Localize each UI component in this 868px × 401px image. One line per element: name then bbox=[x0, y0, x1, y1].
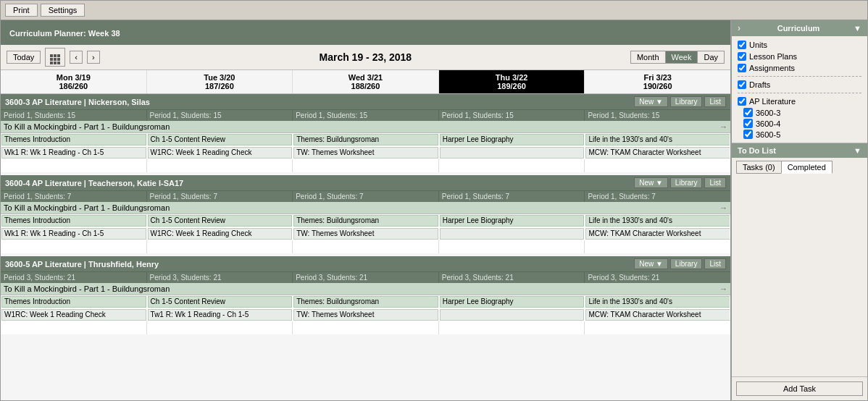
lesson-wed-3600-5[interactable]: Themes: Buildungsroman bbox=[293, 296, 438, 308]
drafts-checkbox[interactable] bbox=[738, 80, 746, 89]
week-view-button[interactable]: Week bbox=[665, 51, 698, 64]
course-3600-5-label[interactable]: 3600-5 bbox=[756, 130, 780, 139]
day-view-button[interactable]: Day bbox=[697, 51, 725, 64]
lesson-mon-3600-3[interactable]: Themes Introduction bbox=[1, 134, 146, 145]
sidebar: › Curriculum ▼ Units Lesson Plans bbox=[731, 20, 867, 400]
day-headers: Mon 3/19 186/260 Tue 3/20 187/260 Wed 3/… bbox=[1, 70, 730, 94]
new-label-2: New ▼ bbox=[639, 179, 663, 187]
section-title-3600-3: 3600-3 AP Literature | Nickerson, Silas bbox=[5, 98, 150, 106]
new-button-3600-5[interactable]: New ▼ bbox=[634, 258, 668, 269]
settings-button[interactable]: Settings bbox=[41, 4, 85, 17]
course-3600-3-label[interactable]: 3600-3 bbox=[756, 109, 780, 117]
unit-bar-3600-4[interactable]: To Kill a Mockingbird - Part 1 - Buildun… bbox=[1, 202, 730, 214]
todo-header[interactable]: To Do List ▼ bbox=[732, 143, 867, 158]
lesson-wed-3600-4[interactable]: Themes: Buildungsroman bbox=[293, 215, 438, 227]
add-task-button[interactable]: Add Task bbox=[736, 381, 863, 396]
units-label[interactable]: Units bbox=[749, 41, 767, 49]
empty-mon-3600-4 bbox=[1, 240, 147, 253]
prev-button[interactable]: ‹ bbox=[70, 51, 83, 64]
today-button[interactable]: Today bbox=[7, 51, 41, 64]
assign-tue-3600-5[interactable]: Tw1 R: Wk 1 Reading - Ch 1-5 bbox=[148, 309, 293, 321]
lesson-mon-3600-5[interactable]: Themes Introduction bbox=[1, 296, 146, 308]
app-container: Print Settings Curriculum Planner: Week … bbox=[0, 0, 868, 401]
assign-fri-3600-3[interactable]: MCW: TKAM Character Worksheet bbox=[585, 147, 730, 159]
day-sub-mon: 186/260 bbox=[2, 82, 145, 90]
sidebar-sub-item-3600-3: 3600-3 bbox=[743, 107, 861, 118]
library-button-3600-5[interactable]: Library bbox=[670, 258, 703, 269]
empty-tue-3600-3 bbox=[147, 159, 293, 172]
library-button-3600-4[interactable]: Library bbox=[670, 177, 703, 188]
students-mon-3600-5: Period 3, Students: 21 bbox=[1, 272, 147, 283]
course-3600-3-checkbox[interactable] bbox=[743, 108, 753, 117]
month-view-button[interactable]: Month bbox=[630, 51, 666, 64]
assign-fri-3600-5[interactable]: MCW: TKAM Character Worksheet bbox=[585, 309, 730, 321]
assign-wed-3600-4[interactable]: TW: Themes Worksheet bbox=[293, 228, 438, 240]
sidebar-item-assignments: Assignments bbox=[738, 62, 861, 74]
ap-literature-checkbox[interactable] bbox=[738, 97, 746, 106]
lesson-thu-3600-5[interactable]: Harper Lee Biography bbox=[440, 296, 585, 308]
new-button-3600-4[interactable]: New ▼ bbox=[634, 177, 668, 188]
units-checkbox[interactable] bbox=[738, 41, 746, 49]
sidebar-item-lesson-plans: Lesson Plans bbox=[738, 51, 861, 62]
list-button-3600-4[interactable]: List bbox=[704, 177, 726, 188]
assign-mon-3600-3[interactable]: Wk1 R: Wk 1 Reading - Ch 1-5 bbox=[1, 147, 146, 159]
assign-tue-3600-4[interactable]: W1RC: Week 1 Reading Check bbox=[148, 228, 293, 240]
print-button[interactable]: Print bbox=[5, 4, 38, 17]
students-tue-3600-3: Period 1, Students: 15 bbox=[147, 110, 293, 121]
assign-tue-3600-3[interactable]: W1RC: Week 1 Reading Check bbox=[148, 147, 293, 159]
assignments-checkbox[interactable] bbox=[738, 64, 746, 72]
lesson-tue-3600-4[interactable]: Ch 1-5 Content Review bbox=[148, 215, 293, 227]
assign-wed-3600-3[interactable]: TW: Themes Worksheet bbox=[293, 147, 438, 159]
list-button-3600-3[interactable]: List bbox=[704, 96, 726, 107]
tasks-tab[interactable]: Tasks (0) bbox=[736, 161, 782, 174]
assign-fri-3600-4[interactable]: MCW: TKAM Character Worksheet bbox=[585, 228, 730, 240]
unit-bar-3600-3[interactable]: To Kill a Mockingbird - Part 1 - Buildun… bbox=[1, 121, 730, 133]
sidebar-item-units: Units bbox=[738, 39, 861, 51]
lesson-plans-checkbox[interactable] bbox=[738, 52, 746, 61]
assign-thu-3600-4[interactable] bbox=[440, 228, 585, 240]
completed-tab[interactable]: Completed bbox=[781, 161, 832, 174]
course-3600-4-label[interactable]: 3600-4 bbox=[756, 119, 780, 128]
library-button-3600-3[interactable]: Library bbox=[670, 96, 703, 107]
sections-scroll[interactable]: 3600-3 AP Literature | Nickerson, Silas … bbox=[1, 94, 730, 400]
unit-bar-3600-5[interactable]: To Kill a Mockingbird - Part 1 - Buildun… bbox=[1, 283, 730, 295]
assignments-row-3600-4: Wk1 R: Wk 1 Reading - Ch 1-5 W1RC: Week … bbox=[1, 227, 730, 240]
assign-mon-3600-5[interactable]: W1RC: Week 1 Reading Check bbox=[1, 309, 146, 321]
empty-thu-3600-4 bbox=[439, 240, 585, 253]
assign-mon-3600-4[interactable]: Wk1 R: Wk 1 Reading - Ch 1-5 bbox=[1, 228, 146, 240]
students-fri-3600-4: Period 1, Students: 7 bbox=[585, 191, 730, 202]
lesson-thu-3600-3[interactable]: Harper Lee Biography bbox=[440, 134, 585, 145]
curriculum-header[interactable]: › Curriculum ▼ bbox=[732, 20, 867, 36]
lesson-mon-3600-4[interactable]: Themes Introduction bbox=[1, 215, 146, 227]
lesson-fri-3600-5[interactable]: Life in the 1930's and 40's bbox=[585, 296, 730, 308]
drafts-label[interactable]: Drafts bbox=[749, 80, 770, 89]
new-label: New ▼ bbox=[639, 98, 663, 106]
lesson-wed-3600-3[interactable]: Themes: Buildungsroman bbox=[293, 134, 438, 145]
course-3600-5-checkbox[interactable] bbox=[743, 130, 753, 139]
ap-literature-label[interactable]: AP Literature bbox=[749, 97, 796, 106]
list-button-3600-5[interactable]: List bbox=[704, 258, 726, 269]
grid-view-button[interactable] bbox=[45, 48, 65, 67]
empty-fri-3600-5 bbox=[585, 321, 730, 334]
assignments-row-3600-5: W1RC: Week 1 Reading Check Tw1 R: Wk 1 R… bbox=[1, 308, 730, 321]
assign-wed-3600-5[interactable]: TW: Themes Worksheet bbox=[293, 309, 438, 321]
section-buttons-3600-4: New ▼ Library List bbox=[634, 177, 726, 188]
lesson-plans-label[interactable]: Lesson Plans bbox=[749, 52, 797, 61]
new-button-3600-3[interactable]: New ▼ bbox=[634, 96, 668, 107]
day-sub-wed: 188/260 bbox=[294, 82, 437, 90]
lesson-thu-3600-4[interactable]: Harper Lee Biography bbox=[440, 215, 585, 227]
arrow-left-icon: › bbox=[738, 23, 740, 33]
lesson-tue-3600-3[interactable]: Ch 1-5 Content Review bbox=[148, 134, 293, 145]
lesson-fri-3600-4[interactable]: Life in the 1930's and 40's bbox=[585, 215, 730, 227]
assign-thu-3600-3[interactable] bbox=[440, 147, 585, 159]
assignments-label[interactable]: Assignments bbox=[749, 64, 795, 72]
lesson-tue-3600-5[interactable]: Ch 1-5 Content Review bbox=[148, 296, 293, 308]
unit-label-3600-3: To Kill a Mockingbird - Part 1 - Buildun… bbox=[4, 122, 170, 131]
students-row-3600-3: Period 1, Students: 15 Period 1, Student… bbox=[1, 109, 730, 121]
course-3600-4-checkbox[interactable] bbox=[743, 119, 753, 128]
next-button[interactable]: › bbox=[87, 51, 100, 64]
lesson-fri-3600-3[interactable]: Life in the 1930's and 40's bbox=[585, 134, 730, 145]
day-label-fri: Fri 3/23 bbox=[586, 73, 729, 82]
sidebar-item-ap-literature: AP Literature bbox=[738, 96, 861, 107]
assign-thu-3600-5[interactable] bbox=[440, 309, 585, 321]
